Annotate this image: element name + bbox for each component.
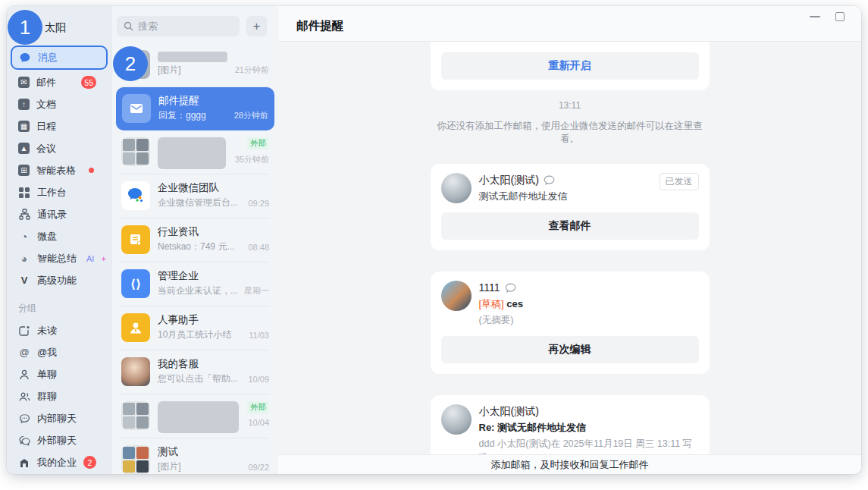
person-icon <box>18 369 30 380</box>
drive-icon: ◔ <box>18 231 30 243</box>
chat-name: 人事助手 <box>158 313 269 327</box>
sidebar-item-contacts[interactable]: 通讯录 <box>7 203 111 225</box>
main-panel: 邮件提醒 重新开启 13:11 你还没有添加工作邮箱，使用企业微信发送的邮件可以… <box>278 6 861 474</box>
email-card-sent: 小太阳(测试) 测试无邮件地址发信 已发送 查看邮件 <box>431 164 710 250</box>
chat-time: 11/03 <box>249 331 269 340</box>
sidebar-item-docs[interactable]: ↑ 文档 <box>7 93 111 115</box>
chat-name: 企业微信团队 <box>158 181 269 195</box>
wecom-team-logo <box>121 181 150 210</box>
support-avatar <box>121 357 150 386</box>
sidebar-item-messages[interactable]: 消息 <box>11 46 108 70</box>
sidebar-item-group-chat[interactable]: 群聊 <box>7 385 111 407</box>
draft-tag: [草稿] <box>479 298 504 309</box>
manage-company-icon: ⟨⟩ <box>121 269 150 298</box>
company-badge: 2 <box>83 456 96 469</box>
comment-bubble-icon[interactable] <box>544 175 555 186</box>
smart-table-icon: ⊞ <box>18 165 30 176</box>
sidebar-item-my-company[interactable]: 我的企业 2 <box>7 451 111 473</box>
sidebar-item-mail[interactable]: ✉ 邮件 55 <box>7 71 111 93</box>
chat-row-mail-reminder[interactable]: 邮件提醒 回复：gggg 28分钟前 <box>116 87 274 130</box>
redacted-name <box>158 52 227 62</box>
email-subject: 测试无邮件地址发信 <box>479 190 652 203</box>
chat-name: 行业资讯 <box>158 225 269 239</box>
sidebar-item-mentions[interactable]: @ @我 <box>7 341 111 363</box>
view-mail-button[interactable]: 查看邮件 <box>441 212 699 240</box>
edit-again-button[interactable]: 再次编辑 <box>441 336 699 363</box>
sidebar-item-workbench[interactable]: 工作台 <box>7 181 111 203</box>
reopen-card: 重新开启 <box>431 42 710 90</box>
chat-time: 08:48 <box>248 243 269 252</box>
external-badge: 外部 <box>247 137 269 149</box>
sidebar-item-external-chat[interactable]: 外部聊天 <box>7 429 111 451</box>
chat-preview: 回复：gggg <box>158 109 230 122</box>
sidebar-item-label: 微盘 <box>37 230 57 243</box>
chat-row-manage-company[interactable]: ⟨⟩ 管理企业 当前企业未认证，... 星期一 <box>112 262 278 306</box>
search-input[interactable] <box>138 20 233 32</box>
sender-name: 小太阳(测试) <box>479 404 539 419</box>
group-avatar <box>121 401 150 430</box>
ai-plus-label: + <box>101 254 105 263</box>
user-name: 太阳 <box>45 21 66 35</box>
email-subject: ces <box>506 298 523 309</box>
chat-name: 管理企业 <box>158 269 269 283</box>
redacted-name <box>158 137 226 169</box>
conversation-header: 邮件提醒 <box>278 6 861 42</box>
sidebar-item-label: 我的企业 <box>37 456 77 470</box>
minimize-icon[interactable] <box>810 16 820 17</box>
comment-bubble-icon[interactable] <box>505 283 516 294</box>
chat-time: 28分钟前 <box>234 110 268 121</box>
sidebar-item-meeting[interactable]: ▲ 会议 <box>7 137 111 159</box>
sidebar-item-smart-table[interactable]: ⊞ 智能表格 <box>7 159 111 181</box>
message-scroll-area[interactable]: 重新开启 13:11 你还没有添加工作邮箱，使用企业微信发送的邮件可以在这里查看… <box>278 42 861 474</box>
mail-icon: ✉ <box>18 77 30 88</box>
sidebar: 太阳 消息 ✉ 邮件 55 ↑ 文档 ▦ 日程 ▲ 会议 ⊞ 智能表格 <box>7 6 111 474</box>
sidebar-item-label: 文档 <box>36 98 56 112</box>
sidebar-item-drive[interactable]: ◔ 微盘 <box>7 225 111 247</box>
chat-name: 我的客服 <box>158 357 269 371</box>
sidebar-item-label: 智能表格 <box>36 164 76 177</box>
chat-time: 09/22 <box>248 463 269 472</box>
chat-preview: 企业微信管理后台... <box>158 196 243 209</box>
sidebar-item-advanced[interactable]: V 高级功能 <box>7 269 111 291</box>
sidebar-item-smart-summary[interactable]: ◕ 智能总结 AI+ <box>7 247 111 269</box>
search-box[interactable] <box>117 16 240 36</box>
sidebar-item-label: 工作台 <box>37 186 67 199</box>
sidebar-item-calendar[interactable]: ▦ 日程 <box>7 115 111 137</box>
chat-row-industry-news[interactable]: 行业资讯 Netskao：749 元... 08:48 <box>112 218 278 262</box>
tutorial-step-1-badge: 1 <box>8 10 42 45</box>
chat-row-redacted-external[interactable]: 外部 35分钟前 <box>112 130 278 174</box>
maximize-icon[interactable] <box>835 12 844 21</box>
chat-preview: 当前企业未认证，... <box>158 284 240 297</box>
chat-row-test[interactable]: 测试 [图片] 09/22 <box>112 438 278 474</box>
email-card-draft: 1111 [草稿] ces (无摘要) 再次编辑 <box>431 272 710 374</box>
workbench-icon <box>18 187 30 198</box>
sidebar-item-label: @我 <box>37 346 57 360</box>
chat-row-my-support[interactable]: 我的客服 您可以点击「帮助... 10/09 <box>112 350 278 394</box>
add-chat-button[interactable]: + <box>246 16 267 36</box>
building-icon <box>18 457 30 468</box>
chat-row-redacted-external-2[interactable]: 外部 10/04 <box>112 394 278 438</box>
sender-avatar <box>441 281 472 311</box>
chat-preview: 您可以点击「帮助... <box>158 372 243 385</box>
advanced-v-icon: V <box>18 275 30 286</box>
sidebar-item-label: 高级功能 <box>37 274 77 287</box>
sidebar-item-unread[interactable]: 未读 <box>7 319 111 341</box>
ai-label: AI <box>86 254 94 263</box>
chat-row-hr-assistant[interactable]: 人事助手 10月员工统计小结 11/03 <box>112 306 278 350</box>
sidebar-item-label: 内部聊天 <box>37 412 77 426</box>
sidebar-item-label: 智能总结 <box>37 252 77 265</box>
reopen-button[interactable]: 重新开启 <box>441 52 699 80</box>
sidebar-item-single-chat[interactable]: 单聊 <box>7 363 111 385</box>
sender-name: 1111 <box>479 281 500 295</box>
message-bubble-icon <box>19 52 31 64</box>
chat-row-wecom-team[interactable]: 企业微信团队 企业微信管理后台... 09:29 <box>112 174 278 218</box>
mail-reminder-icon <box>122 94 151 123</box>
sidebar-item-label: 会议 <box>36 142 56 155</box>
sidebar-item-label: 日程 <box>36 120 56 133</box>
sidebar-item-internal-chat[interactable]: 内部聊天 <box>7 407 111 429</box>
chat-time: 09:29 <box>248 199 269 208</box>
group-avatar <box>121 137 150 166</box>
timestamp: 13:11 <box>431 100 710 111</box>
groups-section-label: 分组 <box>18 302 111 315</box>
add-mailbox-bar[interactable]: 添加邮箱，及时接收和回复工作邮件 <box>278 454 861 474</box>
